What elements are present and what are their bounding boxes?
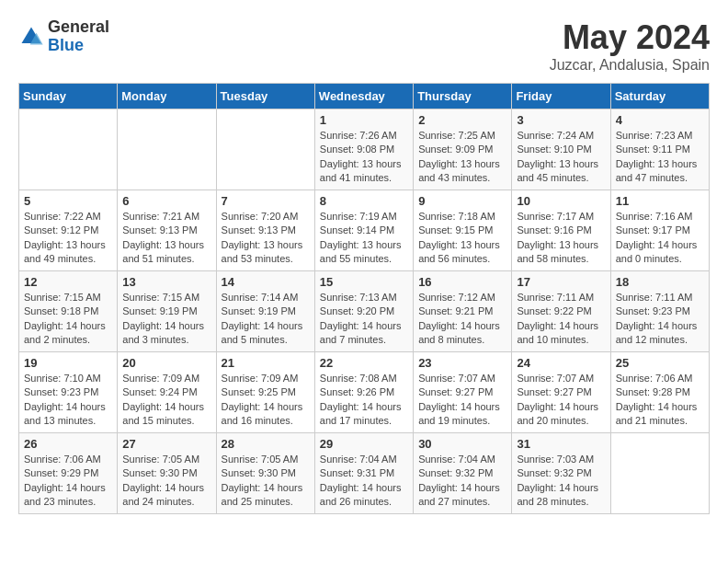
day-info: Sunrise: 7:12 AM Sunset: 9:21 PM Dayligh… bbox=[418, 291, 506, 348]
day-info: Sunrise: 7:20 AM Sunset: 9:13 PM Dayligh… bbox=[222, 210, 310, 267]
calendar-cell bbox=[118, 109, 216, 190]
day-number: 21 bbox=[222, 356, 310, 370]
calendar-cell: 11Sunrise: 7:16 AM Sunset: 9:17 PM Dayli… bbox=[610, 190, 709, 271]
header-day-wednesday: Wednesday bbox=[314, 84, 413, 109]
day-info: Sunrise: 7:16 AM Sunset: 9:17 PM Dayligh… bbox=[616, 210, 704, 267]
header-day-monday: Monday bbox=[118, 84, 216, 109]
calendar-cell: 19Sunrise: 7:10 AM Sunset: 9:23 PM Dayli… bbox=[19, 352, 118, 433]
day-number: 23 bbox=[418, 356, 506, 370]
calendar-cell: 14Sunrise: 7:14 AM Sunset: 9:19 PM Dayli… bbox=[216, 271, 314, 352]
week-row-3: 12Sunrise: 7:15 AM Sunset: 9:18 PM Dayli… bbox=[19, 271, 710, 352]
header-day-tuesday: Tuesday bbox=[216, 84, 314, 109]
calendar-cell: 20Sunrise: 7:09 AM Sunset: 9:24 PM Dayli… bbox=[118, 352, 216, 433]
calendar-body: 1Sunrise: 7:26 AM Sunset: 9:08 PM Daylig… bbox=[19, 109, 710, 514]
day-number: 11 bbox=[616, 194, 704, 208]
day-info: Sunrise: 7:18 AM Sunset: 9:15 PM Dayligh… bbox=[418, 210, 506, 267]
calendar-cell: 2Sunrise: 7:25 AM Sunset: 9:09 PM Daylig… bbox=[414, 109, 512, 190]
day-number: 6 bbox=[122, 194, 210, 208]
page-header: General Blue May 2024 Juzcar, Andalusia,… bbox=[18, 18, 710, 74]
day-number: 30 bbox=[418, 437, 506, 451]
header-row: SundayMondayTuesdayWednesdayThursdayFrid… bbox=[19, 84, 710, 109]
calendar-cell: 9Sunrise: 7:18 AM Sunset: 9:15 PM Daylig… bbox=[414, 190, 512, 271]
week-row-2: 5Sunrise: 7:22 AM Sunset: 9:12 PM Daylig… bbox=[19, 190, 710, 271]
day-info: Sunrise: 7:06 AM Sunset: 9:29 PM Dayligh… bbox=[24, 453, 112, 510]
day-number: 25 bbox=[616, 356, 704, 370]
day-number: 13 bbox=[122, 275, 210, 289]
day-info: Sunrise: 7:05 AM Sunset: 9:30 PM Dayligh… bbox=[222, 453, 310, 510]
day-number: 27 bbox=[122, 437, 210, 451]
calendar-cell: 22Sunrise: 7:08 AM Sunset: 9:26 PM Dayli… bbox=[314, 352, 413, 433]
calendar-cell: 31Sunrise: 7:03 AM Sunset: 9:32 PM Dayli… bbox=[512, 433, 610, 514]
day-info: Sunrise: 7:10 AM Sunset: 9:23 PM Dayligh… bbox=[24, 372, 112, 429]
day-number: 5 bbox=[24, 194, 112, 208]
logo-general-text: General bbox=[48, 18, 109, 37]
day-number: 4 bbox=[616, 113, 704, 127]
day-number: 14 bbox=[222, 275, 310, 289]
day-info: Sunrise: 7:24 AM Sunset: 9:10 PM Dayligh… bbox=[517, 129, 605, 186]
day-info: Sunrise: 7:19 AM Sunset: 9:14 PM Dayligh… bbox=[320, 210, 408, 267]
day-number: 10 bbox=[517, 194, 605, 208]
day-number: 7 bbox=[222, 194, 310, 208]
day-info: Sunrise: 7:13 AM Sunset: 9:20 PM Dayligh… bbox=[320, 291, 408, 348]
day-info: Sunrise: 7:23 AM Sunset: 9:11 PM Dayligh… bbox=[616, 129, 704, 186]
day-number: 28 bbox=[222, 437, 310, 451]
calendar-cell: 7Sunrise: 7:20 AM Sunset: 9:13 PM Daylig… bbox=[216, 190, 314, 271]
day-info: Sunrise: 7:11 AM Sunset: 9:22 PM Dayligh… bbox=[517, 291, 605, 348]
day-number: 17 bbox=[517, 275, 605, 289]
day-info: Sunrise: 7:15 AM Sunset: 9:19 PM Dayligh… bbox=[122, 291, 210, 348]
calendar-cell: 21Sunrise: 7:09 AM Sunset: 9:25 PM Dayli… bbox=[216, 352, 314, 433]
day-number: 19 bbox=[24, 356, 112, 370]
week-row-5: 26Sunrise: 7:06 AM Sunset: 9:29 PM Dayli… bbox=[19, 433, 710, 514]
calendar-cell: 24Sunrise: 7:07 AM Sunset: 9:27 PM Dayli… bbox=[512, 352, 610, 433]
calendar-cell: 26Sunrise: 7:06 AM Sunset: 9:29 PM Dayli… bbox=[19, 433, 118, 514]
day-info: Sunrise: 7:05 AM Sunset: 9:30 PM Dayligh… bbox=[122, 453, 210, 510]
calendar-cell: 17Sunrise: 7:11 AM Sunset: 9:22 PM Dayli… bbox=[512, 271, 610, 352]
calendar-cell: 5Sunrise: 7:22 AM Sunset: 9:12 PM Daylig… bbox=[19, 190, 118, 271]
day-number: 31 bbox=[517, 437, 605, 451]
day-info: Sunrise: 7:08 AM Sunset: 9:26 PM Dayligh… bbox=[320, 372, 408, 429]
logo-text: General Blue bbox=[48, 18, 109, 55]
week-row-1: 1Sunrise: 7:26 AM Sunset: 9:08 PM Daylig… bbox=[19, 109, 710, 190]
day-info: Sunrise: 7:09 AM Sunset: 9:25 PM Dayligh… bbox=[222, 372, 310, 429]
day-number: 22 bbox=[320, 356, 408, 370]
calendar-cell: 15Sunrise: 7:13 AM Sunset: 9:20 PM Dayli… bbox=[314, 271, 413, 352]
day-info: Sunrise: 7:26 AM Sunset: 9:08 PM Dayligh… bbox=[320, 129, 408, 186]
header-day-friday: Friday bbox=[512, 84, 610, 109]
calendar-cell: 10Sunrise: 7:17 AM Sunset: 9:16 PM Dayli… bbox=[512, 190, 610, 271]
day-info: Sunrise: 7:25 AM Sunset: 9:09 PM Dayligh… bbox=[418, 129, 506, 186]
logo-icon bbox=[18, 24, 44, 50]
day-info: Sunrise: 7:04 AM Sunset: 9:32 PM Dayligh… bbox=[418, 453, 506, 510]
day-number: 15 bbox=[320, 275, 408, 289]
day-number: 29 bbox=[320, 437, 408, 451]
day-info: Sunrise: 7:07 AM Sunset: 9:27 PM Dayligh… bbox=[418, 372, 506, 429]
day-info: Sunrise: 7:21 AM Sunset: 9:13 PM Dayligh… bbox=[122, 210, 210, 267]
day-number: 24 bbox=[517, 356, 605, 370]
day-info: Sunrise: 7:07 AM Sunset: 9:27 PM Dayligh… bbox=[517, 372, 605, 429]
calendar-cell: 28Sunrise: 7:05 AM Sunset: 9:30 PM Dayli… bbox=[216, 433, 314, 514]
day-number: 9 bbox=[418, 194, 506, 208]
day-info: Sunrise: 7:04 AM Sunset: 9:31 PM Dayligh… bbox=[320, 453, 408, 510]
day-info: Sunrise: 7:14 AM Sunset: 9:19 PM Dayligh… bbox=[222, 291, 310, 348]
day-info: Sunrise: 7:06 AM Sunset: 9:28 PM Dayligh… bbox=[616, 372, 704, 429]
week-row-4: 19Sunrise: 7:10 AM Sunset: 9:23 PM Dayli… bbox=[19, 352, 710, 433]
calendar-cell: 4Sunrise: 7:23 AM Sunset: 9:11 PM Daylig… bbox=[610, 109, 709, 190]
day-number: 8 bbox=[320, 194, 408, 208]
calendar-cell: 16Sunrise: 7:12 AM Sunset: 9:21 PM Dayli… bbox=[414, 271, 512, 352]
day-info: Sunrise: 7:22 AM Sunset: 9:12 PM Dayligh… bbox=[24, 210, 112, 267]
day-number: 16 bbox=[418, 275, 506, 289]
header-day-saturday: Saturday bbox=[610, 84, 709, 109]
title-block: May 2024 Juzcar, Andalusia, Spain bbox=[550, 18, 710, 74]
month-year-title: May 2024 bbox=[550, 18, 710, 57]
calendar-cell bbox=[216, 109, 314, 190]
day-number: 18 bbox=[616, 275, 704, 289]
logo: General Blue bbox=[18, 18, 109, 55]
day-number: 26 bbox=[24, 437, 112, 451]
day-info: Sunrise: 7:15 AM Sunset: 9:18 PM Dayligh… bbox=[24, 291, 112, 348]
calendar-cell: 18Sunrise: 7:11 AM Sunset: 9:23 PM Dayli… bbox=[610, 271, 709, 352]
calendar-table: SundayMondayTuesdayWednesdayThursdayFrid… bbox=[18, 83, 710, 514]
calendar-cell: 6Sunrise: 7:21 AM Sunset: 9:13 PM Daylig… bbox=[118, 190, 216, 271]
calendar-cell: 12Sunrise: 7:15 AM Sunset: 9:18 PM Dayli… bbox=[19, 271, 118, 352]
location-subtitle: Juzcar, Andalusia, Spain bbox=[550, 57, 710, 74]
calendar-cell: 29Sunrise: 7:04 AM Sunset: 9:31 PM Dayli… bbox=[314, 433, 413, 514]
header-day-sunday: Sunday bbox=[19, 84, 118, 109]
